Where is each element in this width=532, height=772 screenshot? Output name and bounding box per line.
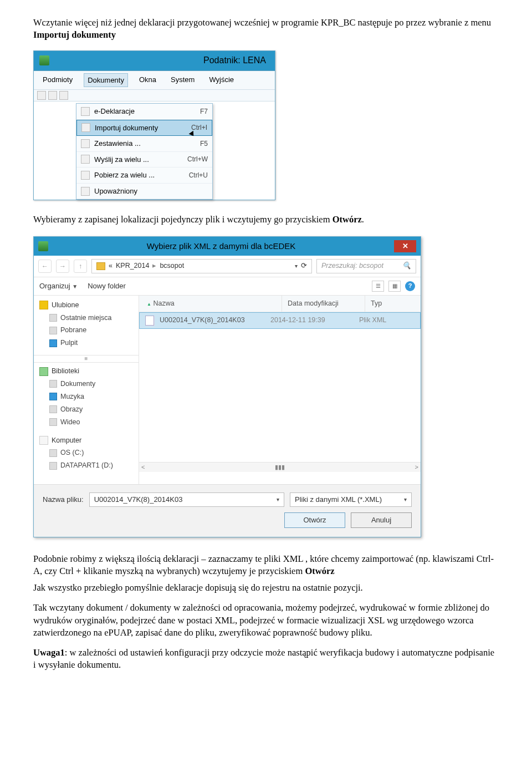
toolbar-icon[interactable] — [48, 91, 57, 100]
dd-item-importuj[interactable]: Importuj dokumenty Ctrl+I — [76, 120, 212, 136]
para2-period: . — [362, 214, 364, 225]
menu-title: Podatnik: LENA — [54, 54, 269, 67]
tree-item[interactable]: Wideo — [34, 416, 139, 429]
file-dialog: Wybierz plik XML z damymi dla bcEDEK ✕ ←… — [33, 236, 421, 537]
tree-item[interactable]: Pobrane — [34, 324, 139, 337]
list-row[interactable]: U002014_V7K(8)_2014K03 2014-12-11 19:39 … — [139, 312, 421, 329]
tree-item[interactable]: Dokumenty — [34, 378, 139, 390]
menu-system[interactable]: System — [167, 73, 198, 88]
chevron-down-icon[interactable]: ▾ — [404, 496, 407, 504]
dd-item-wyslij[interactable]: Wyślij za wielu ... Ctrl+W — [76, 152, 212, 168]
up-button[interactable]: ↑ — [74, 260, 87, 273]
col-header-type[interactable]: Typ — [365, 296, 421, 312]
menu-window: Podatnik: LENA Podmioty Dokumenty Okna S… — [33, 50, 275, 201]
para2-text: Wybieramy z zapisanej lokalizacji pojedy… — [33, 214, 332, 225]
menu-wyjscie[interactable]: Wyjście — [206, 73, 237, 88]
search-input[interactable]: Przeszukaj: bcsopot 🔍 — [316, 259, 416, 273]
tree-item[interactable]: Ostatnie miejsca — [34, 312, 139, 324]
paragraph-5: Uwaga1: w zależności od ustawień konfigu… — [33, 647, 499, 672]
filename-value: U002014_V7K(8)_2014K03 — [94, 495, 183, 505]
menubar: Podmioty Dokumenty Okna System Wyjście — [34, 71, 275, 90]
dd-item-pobierz[interactable]: Pobierz za wielu ... Ctrl+U — [76, 167, 212, 184]
file-dialog-titlebar: Wybierz plik XML z damymi dla bcEDEK ✕ — [34, 237, 421, 256]
view-list-icon[interactable]: ☰ — [372, 281, 384, 292]
dd-shortcut: Ctrl+U — [183, 171, 208, 180]
desktop-icon — [49, 339, 57, 347]
tree-head-label: Komputer — [52, 436, 81, 445]
file-dialog-toolbar: Organizuj ▼ Nowy folder ☰ ▦ ? — [34, 277, 421, 296]
row-name: U002014_V7K(8)_2014K03 — [160, 316, 265, 325]
dd-item-edeklaracje[interactable]: e-Deklaracje F7 — [76, 104, 212, 120]
para1-text: Wczytanie więcej niż jednej deklaracji p… — [33, 17, 491, 28]
chevron-down-icon[interactable]: ▾ — [293, 262, 298, 270]
paragraph-4: Tak wczytany dokument / dokumenty w zale… — [33, 602, 499, 639]
help-icon[interactable]: ? — [405, 281, 415, 291]
path-seg-2: bcsopot — [160, 261, 184, 271]
tree-item-label: Obrazy — [60, 405, 83, 414]
filetype-select[interactable]: Pliki z danymi XML (*.XML) ▾ — [290, 492, 412, 507]
para2-bold: Otwórz — [332, 214, 362, 225]
chevron-down-icon[interactable]: ▾ — [277, 496, 279, 504]
tree-head-computer[interactable]: Komputer — [34, 434, 139, 447]
toolbar-icon[interactable] — [59, 91, 68, 100]
tree-item[interactable]: OS (C:) — [34, 446, 139, 459]
dd-label: Importuj dokumenty — [95, 123, 181, 133]
videos-icon — [49, 418, 57, 426]
document-icon — [81, 107, 90, 116]
tree-item-label: DATAPART1 (D:) — [60, 461, 113, 470]
scroll-right-icon[interactable]: > — [415, 463, 418, 471]
star-icon — [39, 301, 48, 309]
close-button[interactable]: ✕ — [394, 240, 416, 252]
menu-okna[interactable]: Okna — [136, 73, 160, 88]
para5-text: : w zależności od ustawień konfiguracji … — [33, 647, 494, 670]
menu-podmioty[interactable]: Podmioty — [39, 73, 76, 88]
dd-item-upowazniony[interactable]: Upoważniony — [76, 184, 212, 200]
col-date-label: Data modyfikacji — [288, 299, 339, 307]
organize-button[interactable]: Organizuj ▼ — [39, 281, 78, 291]
toolbar-icon[interactable] — [37, 91, 46, 100]
tree-item[interactable]: Muzyka — [34, 390, 139, 403]
menu-dokumenty[interactable]: Dokumenty — [84, 73, 128, 88]
open-button-label: Otwórz — [303, 515, 326, 525]
pictures-icon — [49, 405, 57, 413]
folder-tree: Ulubione Ostatnie miejsca Pobrane Pulpit… — [34, 296, 139, 484]
col-header-name[interactable]: ▲ Nazwa — [139, 296, 282, 312]
horizontal-scrollbar[interactable]: < ▮▮▮ > — [139, 462, 421, 472]
tree-item[interactable]: Obrazy — [34, 403, 139, 416]
view-grid-icon[interactable]: ▦ — [388, 281, 401, 292]
tree-item[interactable]: Pulpit — [34, 337, 139, 349]
cancel-button[interactable]: Anuluj — [351, 512, 412, 528]
tree-head-libraries[interactable]: Biblioteki — [34, 365, 139, 378]
path-seg-1: KPR_2014 — [116, 261, 149, 271]
paragraph-3: Podobnie robimy z większą ilością deklar… — [33, 553, 499, 578]
send-icon — [81, 155, 90, 164]
new-folder-button[interactable]: Nowy folder — [88, 281, 126, 291]
list-header: ▲ Nazwa Data modyfikacji Typ — [139, 296, 421, 312]
app-icon — [38, 241, 48, 251]
dd-label: Wyślij za wielu ... — [94, 155, 177, 165]
dd-shortcut: F5 — [195, 139, 208, 148]
open-button[interactable]: Otwórz — [284, 512, 345, 528]
tree-head-favorites[interactable]: Ulubione — [34, 299, 139, 312]
para3-text: Podobnie robimy z większą ilością deklar… — [33, 553, 494, 576]
tree-item-label: Pulpit — [60, 338, 78, 348]
file-dialog-bottom: Nazwa pliku: U002014_V7K(8)_2014K03 ▾ Pl… — [34, 484, 421, 537]
tree-item-label: Wideo — [60, 418, 80, 427]
col-header-date[interactable]: Data modyfikacji — [282, 296, 365, 312]
tree-item-label: Muzyka — [60, 392, 84, 402]
path-box[interactable]: « KPR_2014 ▸ bcsopot ▾ ⟳ — [91, 259, 312, 273]
file-list: ▲ Nazwa Data modyfikacji Typ U002014_V7K… — [139, 296, 421, 484]
folder-icon — [96, 262, 105, 270]
view-icons: ☰ ▦ ? — [372, 281, 415, 292]
dd-shortcut: Ctrl+W — [182, 155, 208, 164]
menu-titlebar: Podatnik: LENA — [34, 51, 275, 71]
organize-label: Organizuj — [39, 282, 70, 290]
refresh-icon[interactable]: ⟳ — [301, 261, 307, 271]
back-button[interactable]: ← — [38, 260, 52, 273]
filename-input[interactable]: U002014_V7K(8)_2014K03 ▾ — [89, 492, 284, 507]
forward-button[interactable]: → — [56, 260, 69, 273]
tree-head-label: Biblioteki — [52, 367, 79, 376]
dd-item-zestawienia[interactable]: Zestawienia ... F5 — [76, 136, 212, 152]
file-dialog-body: Ulubione Ostatnie miejsca Pobrane Pulpit… — [34, 296, 421, 484]
tree-item[interactable]: DATAPART1 (D:) — [34, 459, 139, 472]
